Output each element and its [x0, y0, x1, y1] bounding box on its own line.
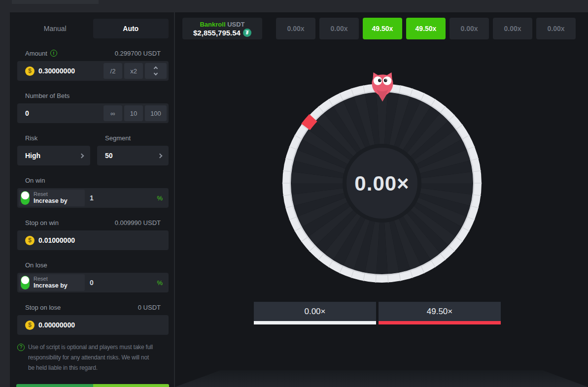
disclaimer-line: Use of script is optional and players mu…: [28, 342, 153, 353]
on-win-label-row: On win: [17, 176, 169, 185]
toggle-icon[interactable]: [21, 276, 30, 290]
chevron-up-icon[interactable]: [154, 66, 158, 70]
history-multiplier-chip: 0.00x: [276, 18, 315, 39]
game-area: Bankroll USDT $2,855,795.54 ₮ 0.00x 0.00…: [174, 12, 588, 387]
tab-auto[interactable]: Auto: [93, 19, 169, 38]
disclaimer-line: be held liable in this regard.: [28, 363, 153, 373]
autobet-button-right[interactable]: [93, 384, 169, 387]
amount-input[interactable]: 0.30000000: [38, 67, 75, 75]
on-win-increase-option[interactable]: Increase by: [34, 197, 68, 204]
question-icon: ?: [17, 344, 25, 351]
owl-pointer-icon: [370, 72, 395, 102]
disclaimer-line: responsibility for any attendant risks. …: [28, 353, 153, 363]
result-bar-white-underline: [254, 321, 376, 324]
wheel: 0.00×: [281, 82, 483, 284]
result-bar-red-underline: [379, 321, 501, 324]
coin-icon: $: [25, 321, 35, 330]
number-of-bets-label-row: Number of Bets: [17, 91, 169, 100]
bankroll-amount: $2,855,795.54: [193, 29, 241, 37]
bankroll-box: Bankroll USDT $2,855,795.54 ₮: [182, 18, 262, 39]
amount-input-row: $ 0.30000000 /2 x2: [17, 61, 169, 81]
hundred-bets-button[interactable]: 100: [145, 105, 167, 121]
autobet-button-left[interactable]: [16, 384, 93, 387]
ten-bets-button[interactable]: 10: [124, 105, 143, 121]
amount-info-icon[interactable]: !: [50, 50, 57, 57]
stop-on-win-label: Stop on win: [25, 219, 59, 226]
number-of-bets-input[interactable]: 0: [25, 109, 29, 117]
segment-dropdown[interactable]: 50: [97, 146, 169, 165]
history-multiplier-chip: 0.00x: [536, 18, 576, 39]
half-bet-button[interactable]: /2: [104, 63, 122, 79]
stop-on-lose-label: Stop on lose: [25, 304, 61, 311]
segment-label: Segment: [97, 133, 169, 142]
on-lose-increase-option[interactable]: Increase by: [34, 282, 68, 289]
history-multiplier-chip: 0.00x: [493, 18, 532, 39]
percent-sign: %: [157, 194, 163, 202]
on-lose-reset-option[interactable]: Reset: [34, 276, 68, 282]
stop-on-win-converted: 0.009990 USDT: [115, 219, 161, 226]
history-multiplier-chip: 49.50x: [363, 18, 402, 39]
stop-on-lose-row: $ 0.00000000: [17, 315, 169, 335]
risk-value: High: [25, 152, 80, 160]
on-win-row: Reset Increase by 1 %: [17, 188, 169, 208]
start-autobet-buttons: [16, 384, 169, 387]
wheel-result-multiplier: 0.00×: [354, 172, 409, 195]
result-bar-white-label: 0.00×: [304, 307, 325, 317]
stop-on-lose-converted: 0 USDT: [138, 304, 161, 311]
segment-value: 50: [105, 152, 158, 160]
bankroll-currency: USDT: [227, 21, 244, 28]
chevron-right-icon: [158, 153, 163, 158]
result-bar-red: 49.50×: [379, 302, 501, 321]
coin-icon: $: [25, 236, 35, 245]
amount-label-row: Amount ! 0.299700 USDT: [17, 49, 169, 58]
history-multiplier-chip: 49.50x: [406, 18, 446, 39]
on-win-percent-input[interactable]: 1: [90, 194, 157, 202]
history-multiplier-chip: 0.00x: [450, 18, 489, 39]
number-of-bets-label: Number of Bets: [25, 92, 69, 99]
amount-stepper[interactable]: [145, 63, 167, 79]
toggle-icon[interactable]: [21, 191, 30, 205]
result-bar-red-label: 49.50×: [427, 307, 452, 317]
chevron-right-icon: [79, 153, 84, 158]
on-lose-label: On lose: [25, 261, 47, 269]
stage-floor: [175, 370, 588, 387]
number-of-bets-row: 0 ∞ 10 100: [17, 103, 169, 123]
amount-label: Amount: [25, 50, 47, 57]
bankroll-label: Bankroll: [200, 21, 225, 28]
stop-on-win-row: $ 0.01000000: [17, 230, 169, 250]
on-win-mode-toggle[interactable]: Reset Increase by: [19, 190, 85, 206]
stop-on-win-input[interactable]: 0.01000000: [38, 236, 75, 244]
tab-manual[interactable]: Manual: [17, 19, 93, 38]
result-bar-white: 0.00×: [254, 302, 376, 321]
double-bet-button[interactable]: x2: [124, 63, 143, 79]
stop-on-win-label-row: Stop on win 0.009990 USDT: [17, 218, 169, 227]
on-lose-percent-input[interactable]: 0: [90, 279, 157, 287]
top-game-tab[interactable]: [12, 0, 99, 4]
mode-tabs: Manual Auto: [17, 19, 169, 38]
on-win-label: On win: [25, 177, 45, 184]
percent-sign: %: [157, 279, 163, 287]
coin-icon: $: [25, 66, 35, 76]
history-multiplier-chip: 0.00x: [319, 18, 359, 39]
amount-converted: 0.299700 USDT: [115, 50, 161, 57]
risk-dropdown[interactable]: High: [17, 146, 90, 165]
on-win-reset-option[interactable]: Reset: [34, 191, 68, 197]
chevron-down-icon[interactable]: [154, 71, 158, 75]
on-lose-mode-toggle[interactable]: Reset Increase by: [19, 274, 85, 291]
on-lose-row: Reset Increase by 0 %: [17, 273, 169, 292]
stop-on-lose-label-row: Stop on lose 0 USDT: [17, 303, 169, 312]
risk-label: Risk: [17, 133, 90, 142]
stop-on-lose-input[interactable]: 0.00000000: [38, 321, 75, 329]
tether-icon: ₮: [243, 29, 251, 37]
infinity-bets-button[interactable]: ∞: [104, 105, 122, 121]
script-disclaimer: ? Use of script is optional and players …: [17, 342, 169, 373]
on-lose-label-row: On lose: [17, 260, 169, 269]
bet-sidebar: Manual Auto Amount ! 0.299700 USDT $ 0.3…: [10, 12, 174, 387]
